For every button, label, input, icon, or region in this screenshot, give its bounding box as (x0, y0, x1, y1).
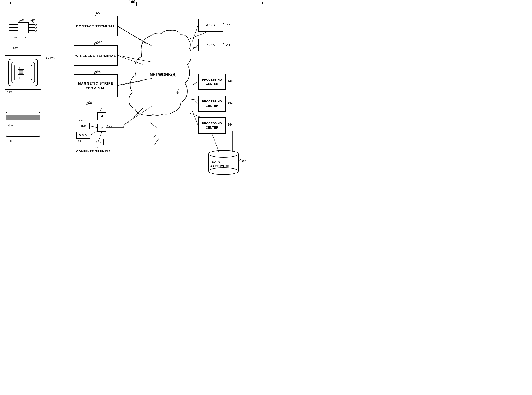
svg-text:WAREHOUSE: WAREHOUSE (210, 165, 229, 168)
svg-text:114: 114 (8, 81, 12, 84)
ref-124-label: 124 (97, 41, 102, 44)
svg-line-13 (152, 135, 157, 138)
contact-terminal-label: CONTACT TERMINAL (76, 24, 115, 28)
svg-point-25 (9, 24, 11, 25)
magstripe-box: 152 (5, 110, 41, 138)
svg-line-66 (192, 82, 198, 85)
svg-point-29 (35, 27, 37, 28)
label-102: 102 (13, 47, 18, 50)
processing-center2-box: PROCESSINGCENTER (198, 96, 226, 112)
svg-line-68 (192, 110, 198, 126)
processing-center3-label: PROCESSINGCENTER (202, 121, 222, 130)
wireless-terminal-label: WIRELESS TERMINAL (75, 54, 116, 58)
svg-rect-18 (18, 22, 28, 33)
label-150: 150 (7, 139, 12, 143)
combined-terminal-box: M 128 P 130 R.M. 132 B.C.S. 134 RFID 136 (66, 105, 123, 155)
svg-point-26 (9, 27, 11, 28)
mag-stripe-terminal-box: MAGNETIC STRIPE TERMINAL (74, 74, 117, 97)
data-warehouse: DATA WAREHOUSE (207, 149, 240, 176)
svg-line-65 (192, 45, 198, 49)
svg-rect-46 (6, 115, 40, 120)
processing-center1-box: PROCESSINGCENTER (198, 74, 226, 90)
svg-text:152: 152 (8, 124, 13, 128)
contactless-box: 114 116 118 (5, 55, 41, 90)
processing-center2-label: PROCESSINGCENTER (202, 99, 222, 108)
svg-point-27 (9, 30, 11, 31)
svg-rect-41 (19, 71, 23, 73)
ref-122-label: 122 (97, 11, 102, 15)
svg-text:118: 118 (19, 67, 23, 70)
network-cloud: NETWORK(S) 138 (128, 28, 192, 125)
pos1-box: P.O.S. (198, 19, 223, 32)
ref-126-label: 126 (89, 100, 94, 104)
svg-line-51 (98, 132, 102, 142)
svg-line-64 (192, 25, 198, 43)
processing-center1-label: PROCESSINGCENTER (202, 78, 222, 86)
svg-text:106: 106 (22, 36, 27, 39)
diagram-title: 100 (129, 0, 135, 4)
svg-text:108: 108 (19, 18, 23, 21)
chip-box: 108 110 104 106 (5, 14, 41, 46)
contact-terminal-box: CONTACT TERMINAL (74, 16, 117, 36)
pos2-box: P.O.S. (198, 39, 223, 51)
mag-stripe-terminal-label: MAGNETIC STRIPE TERMINAL (74, 81, 117, 91)
pos2-label: P.O.S. (205, 43, 216, 47)
svg-line-34 (32, 21, 36, 25)
pos1-label: P.O.S. (205, 23, 216, 27)
svg-text:DATA: DATA (212, 160, 220, 163)
svg-text:104: 104 (14, 36, 18, 39)
svg-text:110: 110 (30, 18, 34, 21)
processing-center3-box: PROCESSINGCENTER (198, 117, 226, 134)
svg-line-67 (192, 99, 198, 104)
label-112: 112 (7, 91, 12, 94)
svg-text:NETWORK(S): NETWORK(S) (150, 72, 177, 77)
wireless-terminal-box: WIRELESS TERMINAL (74, 45, 117, 66)
svg-line-14 (154, 138, 159, 145)
svg-line-49 (90, 126, 97, 128)
svg-line-50 (90, 131, 97, 135)
svg-text:116: 116 (19, 77, 23, 79)
ref-125-label: 125 (97, 69, 102, 73)
svg-point-30 (35, 30, 37, 31)
